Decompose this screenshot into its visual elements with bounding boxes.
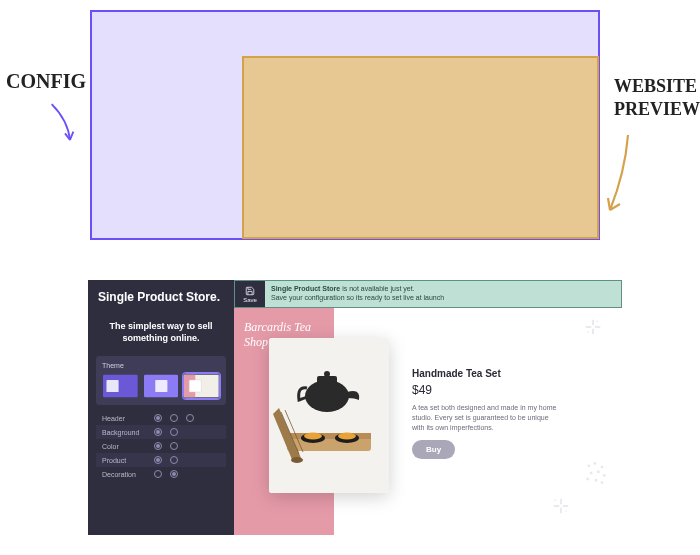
- svg-rect-28: [555, 500, 556, 501]
- svg-rect-29: [566, 511, 567, 512]
- option-radio-group: [154, 442, 178, 450]
- option-radio[interactable]: [154, 470, 162, 478]
- option-row: Color: [96, 439, 226, 453]
- buy-button[interactable]: Buy: [412, 440, 455, 459]
- save-button-label: Save: [243, 297, 257, 303]
- app-tagline: The simplest way to sell something onlin…: [88, 310, 234, 356]
- config-arrow-icon: [40, 100, 80, 150]
- option-label: Header: [102, 415, 148, 422]
- save-button[interactable]: Save: [235, 281, 265, 307]
- product-description: A tea set both designed and made in my h…: [412, 403, 562, 432]
- option-radio[interactable]: [170, 456, 178, 464]
- option-radio-group: [154, 470, 178, 478]
- option-radio[interactable]: [170, 414, 178, 422]
- svg-rect-32: [601, 466, 603, 468]
- app-screenshot: Single Product Store. The simplest way t…: [88, 280, 622, 535]
- option-radio-group: [154, 428, 178, 436]
- status-banner: Save Single Product Store is not availab…: [234, 280, 622, 308]
- svg-point-12: [324, 371, 330, 377]
- svg-rect-38: [601, 481, 603, 483]
- options-list: HeaderBackgroundColorProductDecoration: [96, 411, 226, 481]
- svg-point-16: [338, 433, 356, 440]
- option-radio[interactable]: [154, 414, 162, 422]
- svg-rect-30: [588, 465, 590, 467]
- option-label: Background: [102, 429, 148, 436]
- sparkle-icon: [552, 497, 570, 515]
- banner-line2: Save your configuration so its ready to …: [271, 293, 615, 302]
- preview-region: [242, 56, 599, 239]
- option-label: Color: [102, 443, 148, 450]
- preview-panel: Save Single Product Store is not availab…: [234, 280, 622, 535]
- svg-rect-22: [597, 321, 598, 322]
- option-radio[interactable]: [154, 428, 162, 436]
- option-row: Product: [96, 453, 226, 467]
- svg-point-10: [305, 380, 349, 412]
- svg-point-14: [304, 433, 322, 440]
- svg-rect-6: [190, 380, 202, 392]
- sparkle-icon: [584, 318, 602, 336]
- product-title: Handmade Tea Set: [412, 368, 582, 379]
- option-row: Decoration: [96, 467, 226, 481]
- option-radio[interactable]: [186, 414, 194, 422]
- svg-point-17: [291, 457, 303, 463]
- save-icon: [245, 286, 255, 296]
- svg-rect-24: [560, 499, 562, 504]
- preview-annotation-label: WEBSITE PREVIEW: [614, 75, 694, 122]
- svg-rect-25: [554, 505, 559, 507]
- layout-diagram: [90, 10, 600, 240]
- option-radio[interactable]: [170, 442, 178, 450]
- option-radio-group: [154, 456, 178, 464]
- svg-rect-3: [155, 380, 167, 392]
- svg-rect-11: [317, 376, 337, 384]
- svg-rect-31: [594, 462, 596, 464]
- product-info: Handmade Tea Set $49 A tea set both desi…: [412, 368, 582, 459]
- svg-rect-35: [603, 474, 605, 476]
- theme-thumbnail[interactable]: [102, 373, 139, 399]
- banner-strong: Single Product Store: [271, 285, 340, 292]
- svg-rect-36: [586, 478, 588, 480]
- svg-rect-19: [586, 326, 591, 328]
- banner-text: Single Product Store is not available ju…: [265, 281, 621, 307]
- option-row: Header: [96, 411, 226, 425]
- app-logo: Single Product Store.: [88, 280, 234, 310]
- option-label: Decoration: [102, 471, 148, 478]
- preview-arrow-icon: [600, 130, 640, 220]
- config-annotation-label: CONFIG: [6, 70, 86, 93]
- banner-line1-rest: is not available just yet.: [340, 285, 414, 292]
- sparkle-icon: [584, 461, 608, 485]
- product-image: [269, 338, 389, 493]
- website-preview: Barcardis Tea Shop: [234, 308, 622, 535]
- option-label: Product: [102, 457, 148, 464]
- config-panel: Single Product Store. The simplest way t…: [88, 280, 234, 535]
- option-radio[interactable]: [170, 470, 178, 478]
- svg-rect-33: [590, 472, 592, 474]
- option-radio-group: [154, 414, 194, 422]
- theme-thumbnail[interactable]: [183, 373, 220, 399]
- svg-rect-26: [563, 505, 568, 507]
- option-radio[interactable]: [170, 428, 178, 436]
- theme-thumbnail-row: [102, 373, 220, 399]
- svg-rect-23: [588, 332, 589, 333]
- theme-section: Theme: [96, 356, 226, 405]
- svg-rect-34: [597, 471, 599, 473]
- svg-rect-21: [592, 329, 594, 334]
- option-row: Background: [96, 425, 226, 439]
- product-price: $49: [412, 383, 582, 397]
- svg-rect-37: [595, 479, 597, 481]
- theme-thumbnail[interactable]: [143, 373, 180, 399]
- theme-section-label: Theme: [102, 362, 220, 369]
- option-radio[interactable]: [154, 456, 162, 464]
- svg-rect-20: [595, 326, 600, 328]
- option-radio[interactable]: [154, 442, 162, 450]
- svg-rect-18: [592, 320, 594, 325]
- tea-set-illustration: [269, 338, 389, 493]
- svg-rect-1: [106, 380, 118, 392]
- svg-rect-27: [560, 508, 562, 513]
